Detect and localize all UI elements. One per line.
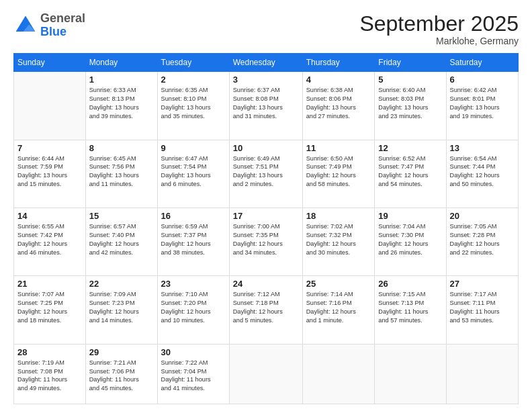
table-row: 19Sunrise: 7:04 AM Sunset: 7:30 PM Dayli… <box>375 208 446 275</box>
day-info: Sunrise: 7:10 AM Sunset: 7:20 PM Dayligh… <box>161 290 226 325</box>
day-number: 1 <box>89 75 154 85</box>
table-row: 10Sunrise: 6:49 AM Sunset: 7:51 PM Dayli… <box>229 140 302 208</box>
table-row: 24Sunrise: 7:12 AM Sunset: 7:18 PM Dayli… <box>229 276 302 344</box>
table-row: 6Sunrise: 6:42 AM Sunset: 8:01 PM Daylig… <box>446 72 519 140</box>
day-info: Sunrise: 7:22 AM Sunset: 7:04 PM Dayligh… <box>161 359 226 394</box>
day-number: 26 <box>378 279 442 289</box>
day-info: Sunrise: 6:54 AM Sunset: 7:44 PM Dayligh… <box>450 154 515 189</box>
header: General Blue September 2025 Marklohe, Ge… <box>13 12 519 46</box>
calendar-week-row: 14Sunrise: 6:55 AM Sunset: 7:42 PM Dayli… <box>14 208 519 275</box>
day-number: 12 <box>378 143 442 153</box>
day-info: Sunrise: 6:33 AM Sunset: 8:13 PM Dayligh… <box>89 86 154 121</box>
table-row: 11Sunrise: 6:50 AM Sunset: 7:49 PM Dayli… <box>302 140 375 208</box>
day-number: 20 <box>450 211 515 221</box>
table-row: 28Sunrise: 7:19 AM Sunset: 7:08 PM Dayli… <box>14 344 86 404</box>
table-row: 5Sunrise: 6:40 AM Sunset: 8:03 PM Daylig… <box>375 72 446 140</box>
day-number: 6 <box>450 75 515 85</box>
day-info: Sunrise: 6:40 AM Sunset: 8:03 PM Dayligh… <box>378 86 442 121</box>
table-row: 13Sunrise: 6:54 AM Sunset: 7:44 PM Dayli… <box>446 140 519 208</box>
day-info: Sunrise: 6:52 AM Sunset: 7:47 PM Dayligh… <box>378 154 442 189</box>
day-info: Sunrise: 7:14 AM Sunset: 7:16 PM Dayligh… <box>306 290 371 325</box>
day-number: 19 <box>378 211 442 221</box>
month-title: September 2025 <box>359 12 519 36</box>
day-number: 23 <box>161 279 226 289</box>
day-info: Sunrise: 7:00 AM Sunset: 7:35 PM Dayligh… <box>233 222 299 257</box>
day-number: 22 <box>89 279 154 289</box>
day-info: Sunrise: 6:57 AM Sunset: 7:40 PM Dayligh… <box>89 222 154 257</box>
day-number: 11 <box>306 143 371 153</box>
table-row: 23Sunrise: 7:10 AM Sunset: 7:20 PM Dayli… <box>157 276 229 344</box>
header-saturday: Saturday <box>446 54 519 72</box>
day-info: Sunrise: 6:59 AM Sunset: 7:37 PM Dayligh… <box>161 222 226 257</box>
header-wednesday: Wednesday <box>229 54 302 72</box>
weekday-header-row: Sunday Monday Tuesday Wednesday Thursday… <box>14 54 519 72</box>
header-tuesday: Tuesday <box>157 54 229 72</box>
table-row <box>375 344 446 404</box>
table-row: 18Sunrise: 7:02 AM Sunset: 7:32 PM Dayli… <box>302 208 375 275</box>
day-number: 4 <box>306 75 371 85</box>
day-number: 8 <box>89 143 154 153</box>
calendar-week-row: 21Sunrise: 7:07 AM Sunset: 7:25 PM Dayli… <box>14 276 519 344</box>
logo: General Blue <box>13 12 85 39</box>
day-number: 7 <box>17 143 82 153</box>
day-info: Sunrise: 7:12 AM Sunset: 7:18 PM Dayligh… <box>233 290 299 325</box>
table-row: 4Sunrise: 6:38 AM Sunset: 8:06 PM Daylig… <box>302 72 375 140</box>
day-number: 29 <box>89 347 154 357</box>
day-info: Sunrise: 6:47 AM Sunset: 7:54 PM Dayligh… <box>161 154 226 189</box>
table-row: 12Sunrise: 6:52 AM Sunset: 7:47 PM Dayli… <box>375 140 446 208</box>
day-info: Sunrise: 7:02 AM Sunset: 7:32 PM Dayligh… <box>306 222 371 257</box>
day-info: Sunrise: 6:38 AM Sunset: 8:06 PM Dayligh… <box>306 86 371 121</box>
table-row: 1Sunrise: 6:33 AM Sunset: 8:13 PM Daylig… <box>85 72 157 140</box>
day-number: 14 <box>17 211 82 221</box>
table-row: 17Sunrise: 7:00 AM Sunset: 7:35 PM Dayli… <box>229 208 302 275</box>
table-row: 27Sunrise: 7:17 AM Sunset: 7:11 PM Dayli… <box>446 276 519 344</box>
header-sunday: Sunday <box>14 54 86 72</box>
page: General Blue September 2025 Marklohe, Ge… <box>0 0 532 411</box>
day-info: Sunrise: 6:44 AM Sunset: 7:59 PM Dayligh… <box>17 154 82 189</box>
location: Marklohe, Germany <box>359 36 519 46</box>
calendar-week-row: 28Sunrise: 7:19 AM Sunset: 7:08 PM Dayli… <box>14 344 519 404</box>
table-row: 22Sunrise: 7:09 AM Sunset: 7:23 PM Dayli… <box>85 276 157 344</box>
calendar-week-row: 7Sunrise: 6:44 AM Sunset: 7:59 PM Daylig… <box>14 140 519 208</box>
day-number: 2 <box>161 75 226 85</box>
day-number: 27 <box>450 279 515 289</box>
table-row: 9Sunrise: 6:47 AM Sunset: 7:54 PM Daylig… <box>157 140 229 208</box>
table-row: 3Sunrise: 6:37 AM Sunset: 8:08 PM Daylig… <box>229 72 302 140</box>
table-row: 8Sunrise: 6:45 AM Sunset: 7:56 PM Daylig… <box>85 140 157 208</box>
day-number: 18 <box>306 211 371 221</box>
day-info: Sunrise: 7:07 AM Sunset: 7:25 PM Dayligh… <box>17 290 82 325</box>
day-info: Sunrise: 6:55 AM Sunset: 7:42 PM Dayligh… <box>17 222 82 257</box>
day-info: Sunrise: 7:15 AM Sunset: 7:13 PM Dayligh… <box>378 290 442 325</box>
table-row: 20Sunrise: 7:05 AM Sunset: 7:28 PM Dayli… <box>446 208 519 275</box>
day-info: Sunrise: 7:17 AM Sunset: 7:11 PM Dayligh… <box>450 290 515 325</box>
day-number: 17 <box>233 211 299 221</box>
day-number: 24 <box>233 279 299 289</box>
table-row <box>446 344 519 404</box>
table-row: 14Sunrise: 6:55 AM Sunset: 7:42 PM Dayli… <box>14 208 86 275</box>
day-number: 16 <box>161 211 226 221</box>
day-info: Sunrise: 7:05 AM Sunset: 7:28 PM Dayligh… <box>450 222 515 257</box>
table-row: 25Sunrise: 7:14 AM Sunset: 7:16 PM Dayli… <box>302 276 375 344</box>
table-row: 7Sunrise: 6:44 AM Sunset: 7:59 PM Daylig… <box>14 140 86 208</box>
day-number: 21 <box>17 279 82 289</box>
day-number: 28 <box>17 347 82 357</box>
day-number: 9 <box>161 143 226 153</box>
table-row: 15Sunrise: 6:57 AM Sunset: 7:40 PM Dayli… <box>85 208 157 275</box>
day-number: 3 <box>233 75 299 85</box>
day-info: Sunrise: 7:19 AM Sunset: 7:08 PM Dayligh… <box>17 359 82 394</box>
day-info: Sunrise: 6:49 AM Sunset: 7:51 PM Dayligh… <box>233 154 299 189</box>
table-row: 30Sunrise: 7:22 AM Sunset: 7:04 PM Dayli… <box>157 344 229 404</box>
logo-text: General Blue <box>40 12 85 39</box>
table-row: 21Sunrise: 7:07 AM Sunset: 7:25 PM Dayli… <box>14 276 86 344</box>
day-info: Sunrise: 6:37 AM Sunset: 8:08 PM Dayligh… <box>233 86 299 121</box>
calendar-table: Sunday Monday Tuesday Wednesday Thursday… <box>13 53 519 404</box>
table-row: 2Sunrise: 6:35 AM Sunset: 8:10 PM Daylig… <box>157 72 229 140</box>
day-info: Sunrise: 7:21 AM Sunset: 7:06 PM Dayligh… <box>89 359 154 394</box>
day-info: Sunrise: 6:35 AM Sunset: 8:10 PM Dayligh… <box>161 86 226 121</box>
header-monday: Monday <box>85 54 157 72</box>
day-info: Sunrise: 7:04 AM Sunset: 7:30 PM Dayligh… <box>378 222 442 257</box>
table-row: 26Sunrise: 7:15 AM Sunset: 7:13 PM Dayli… <box>375 276 446 344</box>
day-number: 15 <box>89 211 154 221</box>
logo-icon <box>13 13 38 38</box>
table-row <box>229 344 302 404</box>
